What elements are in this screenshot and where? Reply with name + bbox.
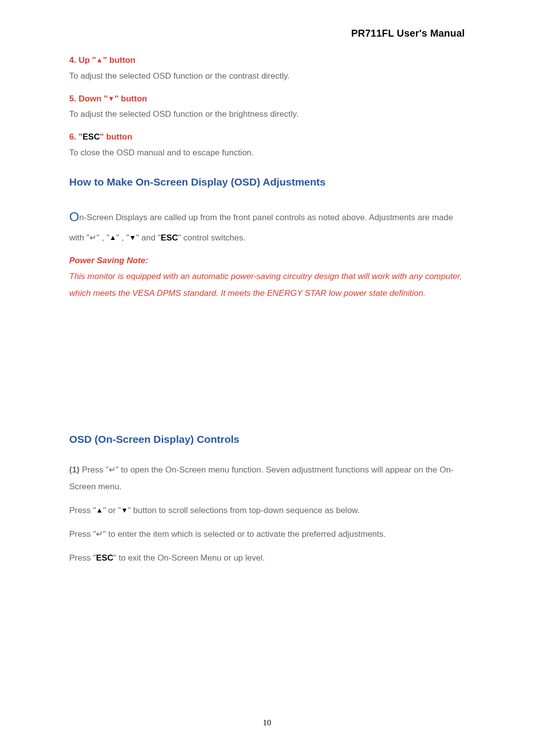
esc-label: ESC	[161, 233, 178, 242]
section-5-title: 5. Down "▼" button	[69, 92, 465, 106]
dropcap-o: O	[69, 209, 79, 224]
up-triangle-icon: ▲	[96, 56, 103, 64]
osd-controls-heading: OSD (On-Screen Display) Controls	[69, 430, 465, 449]
enter-icon: ↵	[89, 233, 96, 242]
down-triangle-icon: ▼	[129, 234, 136, 241]
section-4-title-pre: 4. Up "	[69, 55, 96, 65]
section-6-body: To close the OSD manual and to escape fu…	[69, 145, 465, 160]
p2-c: " button to scroll selections from top-d…	[128, 506, 360, 515]
osd-controls-p3: Press "↵" to enter the item which is sel…	[69, 526, 465, 543]
p4-a: Press "	[69, 553, 96, 563]
step-1-label: (1)	[69, 465, 82, 474]
enter-icon: ↵	[96, 529, 103, 539]
osd-adjustments-heading: How to Make On-Screen Display (OSD) Adju…	[69, 173, 465, 191]
section-5-title-post: " button	[115, 94, 147, 103]
section-5-title-pre: 5. Down "	[69, 94, 108, 103]
enter-icon: ↵	[109, 465, 116, 474]
p3-b: " to enter the item which is selected or…	[103, 529, 386, 539]
up-triangle-icon: ▲	[96, 506, 103, 514]
osd-controls-step1: (1) Press "↵" to open the On-Screen menu…	[69, 462, 465, 495]
p3-a: Press "	[69, 529, 96, 539]
spacer	[69, 302, 465, 430]
p4-b: " to exit the On-Screen Menu or up level…	[113, 553, 265, 563]
up-triangle-icon: ▲	[109, 234, 116, 241]
osd-adjustments-paragraph: On-Screen Displays are called up from th…	[69, 204, 465, 246]
step-1-b: " to open the On-Screen menu function. S…	[69, 465, 453, 491]
p2-a: Press "	[69, 506, 96, 515]
section-4-title-post: " button	[103, 55, 135, 65]
section-6-title-post: " button	[100, 132, 133, 142]
section-6-title: 6. "ESC" button	[69, 130, 465, 144]
section-6-title-pre: 6. "	[69, 132, 83, 142]
section-5-body: To adjust the selected OSD function or t…	[69, 107, 465, 122]
section-4-body: To adjust the selected OSD function or t…	[69, 69, 465, 84]
p2-b: " or "	[103, 506, 121, 515]
down-triangle-icon: ▼	[108, 94, 115, 102]
esc-label: ESC	[83, 132, 100, 142]
osd-controls-p4: Press "ESC" to exit the On-Screen Menu o…	[69, 550, 465, 567]
osd-controls-p2: Press "▲" or "▼" button to scroll select…	[69, 502, 465, 519]
osd-para-d: " and "	[136, 233, 161, 242]
osd-para-b: " , "	[96, 233, 109, 242]
power-saving-note-body: This monitor is equipped with an automat…	[69, 268, 465, 302]
page-header-title: PR711FL User's Manual	[69, 25, 465, 42]
step-1-a: Press "	[82, 465, 109, 474]
page-number: 10	[0, 715, 534, 730]
power-saving-note-title: Power Saving Note:	[69, 253, 465, 268]
osd-para-c: " , "	[116, 233, 129, 242]
osd-para-end: " control switches.	[178, 233, 245, 242]
esc-label: ESC	[96, 553, 113, 563]
section-4-title: 4. Up "▲" button	[69, 53, 465, 68]
down-triangle-icon: ▼	[121, 506, 128, 514]
